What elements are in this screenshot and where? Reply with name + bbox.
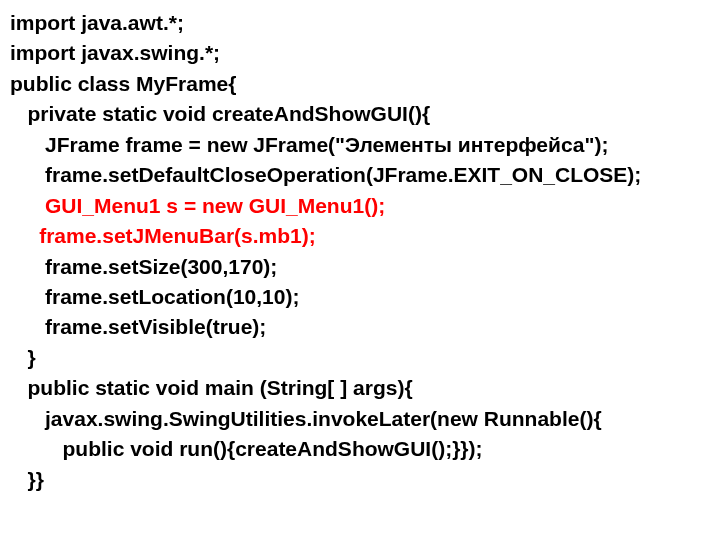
code-line-highlight: frame.setJMenuBar(s.mb1);: [10, 224, 316, 247]
code-line: frame.setVisible(true);: [10, 315, 266, 338]
code-line: import java.awt.*;: [10, 11, 184, 34]
code-line: }: [10, 346, 36, 369]
code-line: frame.setDefaultCloseOperation(JFrame.EX…: [10, 163, 641, 186]
code-line: public static void main (String[ ] args)…: [10, 376, 413, 399]
code-line: frame.setLocation(10,10);: [10, 285, 299, 308]
code-line: frame.setSize(300,170);: [10, 255, 277, 278]
code-line: javax.swing.SwingUtilities.invokeLater(n…: [10, 407, 602, 430]
code-block: import java.awt.*; import javax.swing.*;…: [0, 0, 720, 503]
code-line: public class MyFrame{: [10, 72, 236, 95]
code-line: JFrame frame = new JFrame("Элементы инте…: [10, 133, 608, 156]
code-line: public void run(){createAndShowGUI();}})…: [10, 437, 483, 460]
code-line: }}: [10, 468, 44, 491]
code-line: private static void createAndShowGUI(){: [10, 102, 430, 125]
code-line-highlight: GUI_Menu1 s = new GUI_Menu1();: [10, 194, 385, 217]
code-line: import javax.swing.*;: [10, 41, 220, 64]
